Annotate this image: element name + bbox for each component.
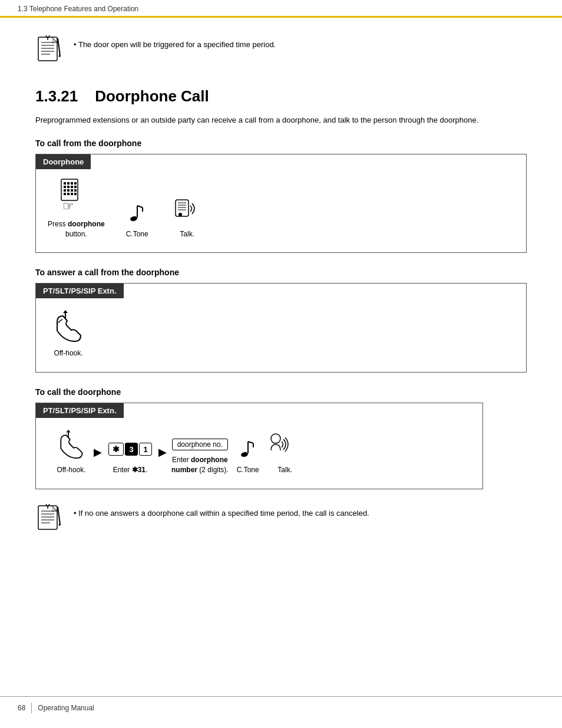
step-offhook-2: Off-hook. <box>54 430 89 475</box>
diagram-box-3: PT/SLT/PS/SIP Extn. Off-hook. <box>35 403 483 489</box>
key-star31-icon: ✱ 3 1 <box>108 443 152 460</box>
subsection-title-2: To answer a call from the doorphone <box>35 268 527 277</box>
top-note-block: • The door open will be triggered for a … <box>35 35 527 70</box>
page-footer: 68 Operating Manual <box>0 696 562 719</box>
svg-point-42 <box>240 452 249 458</box>
doorphone-no-box: doorphone no. <box>172 439 228 450</box>
doorphone-keypad-icon: ☞ <box>55 178 97 215</box>
bottom-note-block: • If no one answers a doorphone call wit… <box>35 504 527 538</box>
flow-row-1: ☞ Press doorphonebutton. <box>48 178 514 239</box>
flow-row-3: Off-hook. ▶ ✱ 3 1 Enter ✱31. <box>54 430 465 475</box>
svg-rect-11 <box>64 182 66 185</box>
svg-rect-26 <box>74 193 77 195</box>
svg-marker-40 <box>66 430 70 433</box>
doorphone-no-icon: doorphone no. <box>172 439 228 450</box>
diagram-box-1: Doorphone <box>35 154 527 253</box>
svg-rect-12 <box>67 182 70 185</box>
svg-line-55 <box>58 507 60 525</box>
ctone-label-1: C.Tone <box>126 229 148 239</box>
breadcrumb: 1.3 Telephone Features and Operation <box>18 5 138 13</box>
svg-rect-32 <box>176 200 189 216</box>
subsection-title-3: To call the doorphone <box>35 387 527 397</box>
svg-rect-25 <box>71 193 73 195</box>
step-offhook-1: Off-hook. <box>48 310 89 358</box>
key-star: ✱ <box>108 443 124 456</box>
manual-label: Operating Manual <box>38 704 94 712</box>
svg-line-44 <box>248 442 253 443</box>
svg-text:☞: ☞ <box>62 199 74 213</box>
top-note-text: • The door open will be triggered for a … <box>74 35 276 49</box>
arrow-icon-1: ▶ <box>94 446 102 459</box>
key-3: 3 <box>125 443 138 456</box>
key-1: 1 <box>139 443 152 456</box>
offhook-icon-2 <box>57 430 86 460</box>
page-wrapper: 1.3 Telephone Features and Operation <box>0 0 562 728</box>
offhook-label-1: Off-hook. <box>54 348 82 358</box>
svg-rect-13 <box>71 182 73 185</box>
arrow-icon-2: ▶ <box>158 446 167 459</box>
bottom-note-text: • If no one answers a doorphone call wit… <box>74 504 369 518</box>
page-number: 68 <box>18 704 25 712</box>
svg-point-37 <box>178 213 182 216</box>
svg-rect-19 <box>64 189 66 192</box>
svg-marker-38 <box>63 310 68 313</box>
note-paper-icon <box>35 35 62 68</box>
flow-row-2: Off-hook. <box>48 310 514 358</box>
footer-divider <box>31 703 32 713</box>
svg-rect-24 <box>67 193 70 195</box>
talk-label-2: Talk. <box>277 465 292 475</box>
step-ctone-1: C.Tone <box>120 203 155 239</box>
diagram-box-header-1: Doorphone <box>36 154 91 169</box>
diagram-content-1: ☞ Press doorphonebutton. <box>36 169 526 253</box>
step-press-doorphone: ☞ Press doorphonebutton. <box>48 178 105 239</box>
note-icon <box>35 35 65 70</box>
key-star31-label: Enter ✱31. <box>113 465 148 475</box>
svg-point-8 <box>47 35 49 38</box>
svg-point-53 <box>47 504 49 506</box>
diagram-box-2: PT/SLT/PS/SIP Extn. <box>35 283 527 373</box>
diagram-box-header-2: PT/SLT/PS/SIP Extn. <box>36 284 124 298</box>
svg-rect-18 <box>74 186 77 188</box>
offhook-icon-1 <box>52 310 85 344</box>
svg-line-6 <box>58 38 60 56</box>
offhook-label-2: Off-hook. <box>57 465 85 475</box>
svg-rect-16 <box>67 186 70 188</box>
step-ctone-2: C.Tone <box>233 439 263 475</box>
diagram-content-3: Off-hook. ▶ ✱ 3 1 Enter ✱31. <box>36 418 482 489</box>
page-content: • The door open will be triggered for a … <box>0 18 562 574</box>
talk-icon-2 <box>269 430 301 460</box>
svg-rect-15 <box>64 186 66 188</box>
page-header: 1.3 Telephone Features and Operation <box>0 0 562 18</box>
step-talk-2: Talk. <box>267 430 303 475</box>
bottom-note-icon <box>35 504 65 538</box>
doorphone-talk-icon <box>173 197 202 225</box>
diagram-box-header-3: PT/SLT/PS/SIP Extn. <box>36 403 124 418</box>
svg-rect-21 <box>71 189 73 192</box>
step-doorphone-no: doorphone no. Enter doorphonenumber (2 d… <box>171 439 229 475</box>
section-title: 1.3.21 Doorphone Call <box>35 87 527 106</box>
subsection-title-1: To call from the doorphone <box>35 139 527 148</box>
press-doorphone-label: Press doorphonebutton. <box>48 219 105 239</box>
svg-line-30 <box>137 206 143 207</box>
svg-rect-14 <box>74 182 77 185</box>
svg-point-46 <box>271 434 280 443</box>
svg-rect-22 <box>74 189 77 192</box>
svg-rect-20 <box>67 189 70 192</box>
talk-label-1: Talk. <box>180 229 194 239</box>
ctone-label-2: C.Tone <box>237 465 259 475</box>
ctone-icon-2 <box>240 439 255 460</box>
svg-rect-23 <box>64 193 66 195</box>
diagram-content-2: Off-hook. <box>36 298 526 372</box>
doorphone-no-label: Enter doorphonenumber (2 digits). <box>171 455 229 475</box>
step-key-star31: ✱ 3 1 Enter ✱31. <box>107 443 154 475</box>
svg-rect-17 <box>71 186 73 188</box>
step-talk-1: Talk. <box>167 197 208 239</box>
svg-point-28 <box>130 215 138 222</box>
section-description: Preprogrammed extensions or an outside p… <box>35 114 527 127</box>
ctone-icon-1 <box>130 203 144 225</box>
bottom-note-paper-icon <box>35 504 62 536</box>
